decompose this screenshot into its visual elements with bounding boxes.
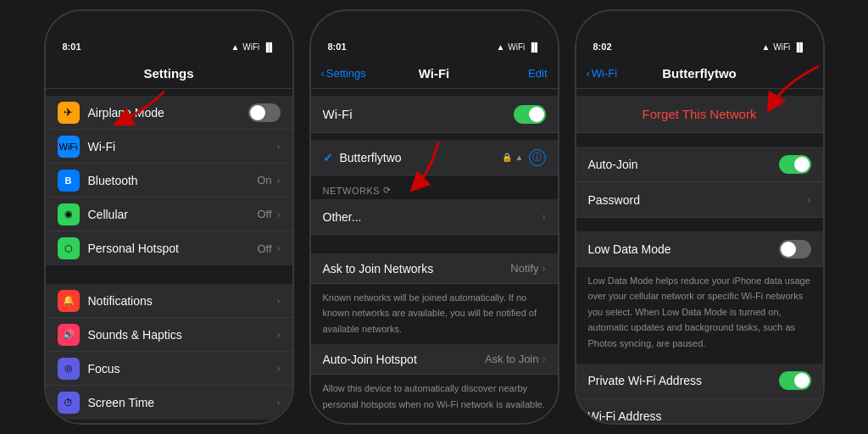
wifi-signal-icon: ▲ xyxy=(515,153,524,162)
hotspot-label: Personal Hotspot xyxy=(88,242,258,255)
status-time-2: 8:01 xyxy=(328,42,347,52)
status-bar-3: 8:02 ▲ WiFi ▐▌ xyxy=(576,35,823,58)
auto-join-label: Auto-Join xyxy=(588,158,779,171)
focus-icon: ◎ xyxy=(58,358,80,380)
networks-header-text: NETWORKS xyxy=(323,186,381,196)
hotspot-join-value: Ask to Join xyxy=(485,353,539,365)
wifi-address-row: Wi-Fi Address xyxy=(576,399,823,423)
auto-join-toggle[interactable] xyxy=(779,155,811,174)
bluetooth-chevron-icon: › xyxy=(277,175,281,186)
network-name: Butterflytwo xyxy=(340,151,502,164)
battery-icon-2: ▐▌ xyxy=(528,42,540,52)
cellular-row[interactable]: ◉ Cellular Off › xyxy=(46,198,292,231)
phone-3: 8:02 ▲ WiFi ▐▌ ‹ Wi-Fi Butterflytwo Forg… xyxy=(575,9,825,425)
battery-icon-3: ▐▌ xyxy=(793,42,805,52)
cellular-icon: ◉ xyxy=(58,203,80,225)
sounds-chevron-icon: › xyxy=(277,329,281,341)
private-wifi-row[interactable]: Private Wi-Fi Address xyxy=(576,364,823,399)
notifications-row[interactable]: 🔔 Notifications › xyxy=(46,284,292,318)
status-time-3: 8:02 xyxy=(593,42,612,52)
ask-description-container: Known networks will be joined automatica… xyxy=(311,284,558,344)
signal-icon-2: ▲ xyxy=(496,42,504,52)
settings-screen: ✈ Airplane Mode WiFi Wi-Fi › B Bluetooth… xyxy=(46,89,292,423)
back-chevron-icon-3: ‹ xyxy=(587,67,590,80)
ask-join-label: Ask to Join Networks xyxy=(323,262,511,275)
status-icons-1: ▲ WiFi ▐▌ xyxy=(231,42,275,52)
password-label: Password xyxy=(588,193,808,207)
nav-bar-1: Settings xyxy=(46,58,292,89)
wifi-status-icon: WiFi xyxy=(242,42,259,52)
back-label-3: Wi-Fi xyxy=(592,67,617,80)
nav-back-3[interactable]: ‹ Wi-Fi xyxy=(587,67,618,80)
hotspot-join-row[interactable]: Auto-Join Hotspot Ask to Join › xyxy=(311,344,558,375)
bluetooth-row[interactable]: B Bluetooth On › xyxy=(46,164,292,198)
focus-chevron-icon: › xyxy=(277,363,281,375)
hotspot-chevron-icon: › xyxy=(277,242,281,254)
password-chevron-icon: › xyxy=(808,194,811,206)
ask-chevron-icon: › xyxy=(542,263,546,275)
wifi-status-icon-3: WiFi xyxy=(773,42,790,52)
cellular-chevron-icon: › xyxy=(277,209,281,220)
notifications-icon: 🔔 xyxy=(58,290,80,312)
wifi-screen: Wi-Fi ✓ Butterflytwo 🔒 ▲ ⓘ NETWORKS ⟳ xyxy=(311,89,558,423)
notifications-chevron-icon: › xyxy=(277,295,281,307)
ask-join-value: Notify xyxy=(510,262,538,275)
low-data-toggle[interactable] xyxy=(779,240,811,259)
sounds-label: Sounds & Haptics xyxy=(88,328,277,342)
bluetooth-icon: B xyxy=(58,170,80,192)
nav-action-2[interactable]: Edit xyxy=(528,67,547,80)
settings-group-2: 🔔 Notifications › 🔊 Sounds & Haptics › ◎… xyxy=(46,284,292,420)
forget-network-row[interactable]: Forget This Network xyxy=(576,96,823,133)
battery-icon: ▐▌ xyxy=(263,42,275,52)
notifications-label: Notifications xyxy=(88,294,277,308)
auto-join-row[interactable]: Auto-Join xyxy=(576,147,823,182)
wifi-status-icon-2: WiFi xyxy=(508,42,525,52)
nav-back-2[interactable]: ‹ Settings xyxy=(321,67,366,80)
low-data-row[interactable]: Low Data Mode xyxy=(576,231,823,267)
password-row[interactable]: Password › xyxy=(576,182,823,218)
hotspot-chevron-icon: › xyxy=(542,353,546,365)
network-detail-screen: Forget This Network Auto-Join Password ›… xyxy=(576,89,823,423)
low-data-desc: Low Data Mode helps reduce your iPhone d… xyxy=(588,275,810,348)
connected-network-row[interactable]: ✓ Butterflytwo 🔒 ▲ ⓘ xyxy=(311,140,558,175)
wifi-security-icons: 🔒 ▲ xyxy=(502,153,524,162)
screentime-chevron-icon: › xyxy=(277,397,281,409)
status-time-1: 8:01 xyxy=(63,42,81,52)
ask-description: Known networks will be joined automatica… xyxy=(323,292,537,334)
hotspot-description-container: Allow this device to automatically disco… xyxy=(311,375,558,420)
info-button[interactable]: ⓘ xyxy=(529,149,546,166)
cellular-label: Cellular xyxy=(88,208,258,221)
sounds-icon: 🔊 xyxy=(58,324,80,346)
hotspot-row[interactable]: ⬡ Personal Hotspot Off › xyxy=(46,231,292,265)
wifi-main-toggle[interactable] xyxy=(514,105,546,124)
status-icons-2: ▲ WiFi ▐▌ xyxy=(496,42,540,52)
focus-row[interactable]: ◎ Focus › xyxy=(46,352,292,386)
wifi-row[interactable]: WiFi Wi-Fi › xyxy=(46,130,292,164)
wifi-toggle-row[interactable]: Wi-Fi xyxy=(311,96,558,133)
other-chevron-icon: › xyxy=(542,211,546,223)
phone-2: 8:01 ▲ WiFi ▐▌ ‹ Settings Wi-Fi Edit Wi-… xyxy=(309,9,559,425)
hotspot-join-label: Auto-Join Hotspot xyxy=(323,353,485,366)
low-data-label: Low Data Mode xyxy=(588,242,779,256)
focus-label: Focus xyxy=(88,362,277,376)
networks-section-header: NETWORKS ⟳ xyxy=(311,175,558,199)
phone-1: 8:01 ▲ WiFi ▐▌ Settings ✈ Airplane Mode xyxy=(44,9,294,425)
lock-icon: 🔒 xyxy=(502,153,512,162)
bluetooth-value: On xyxy=(257,174,271,186)
screentime-row[interactable]: ⏱ Screen Time › xyxy=(46,386,292,420)
airplane-label: Airplane Mode xyxy=(88,106,248,120)
ask-join-row[interactable]: Ask to Join Networks Notify › xyxy=(311,253,558,284)
signal-icon-3: ▲ xyxy=(761,42,770,52)
airplane-toggle[interactable] xyxy=(248,103,281,122)
status-icons-3: ▲ WiFi ▐▌ xyxy=(761,42,805,52)
forget-label: Forget This Network xyxy=(643,107,757,121)
private-wifi-toggle[interactable] xyxy=(779,371,811,390)
wifi-address-label: Wi-Fi Address xyxy=(588,409,811,423)
airplane-mode-row[interactable]: ✈ Airplane Mode xyxy=(46,96,292,130)
other-network-row[interactable]: Other... › xyxy=(311,199,558,235)
sounds-row[interactable]: 🔊 Sounds & Haptics › xyxy=(46,318,292,352)
hotspot-value: Off xyxy=(257,242,271,255)
nav-bar-2: ‹ Settings Wi-Fi Edit xyxy=(311,58,558,89)
airplane-icon: ✈ xyxy=(58,102,80,124)
loading-icon: ⟳ xyxy=(383,185,391,196)
